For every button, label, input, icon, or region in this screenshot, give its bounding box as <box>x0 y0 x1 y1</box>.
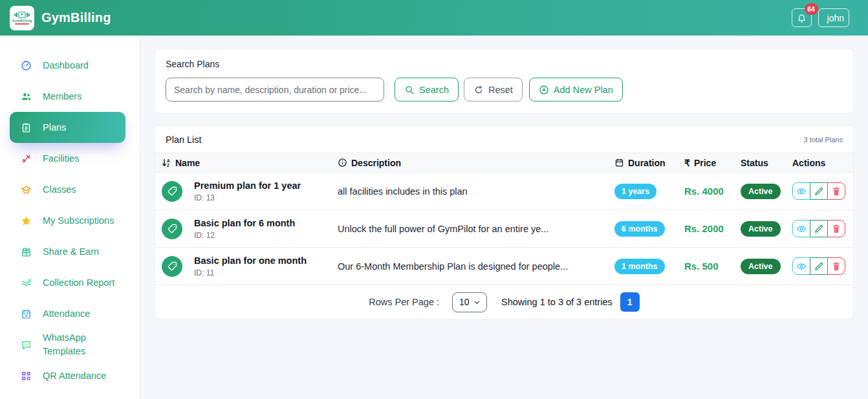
reset-button-label: Reset <box>488 85 513 95</box>
plan-name: Premium plan for 1 year <box>194 180 301 191</box>
sidebar-item-label: WhatsApp Templates <box>43 331 120 358</box>
row-actions <box>792 182 847 200</box>
edit-plan-button[interactable] <box>810 257 828 275</box>
search-icon <box>404 85 415 95</box>
table-header-row: AZ Name Description Duration ₹ Price Sta… <box>155 153 853 173</box>
sidebar: Dashboard Members Plans Facilities Class <box>0 36 140 399</box>
search-button-label: Search <box>419 85 449 95</box>
view-plan-button[interactable] <box>792 220 810 237</box>
sidebar-item-members[interactable]: Members <box>0 81 140 112</box>
sidebar-item-qr-attendance[interactable]: QR Attendance <box>0 360 140 391</box>
sidebar-item-label: Members <box>43 90 81 103</box>
sidebar-item-label: Plans <box>43 121 66 135</box>
svg-text:Z: Z <box>167 163 169 167</box>
plan-description: Unlock the full power of GymPilot for an… <box>338 224 614 234</box>
svg-text:A: A <box>167 158 170 163</box>
user-menu-button[interactable]: john <box>818 8 849 27</box>
column-header-name[interactable]: AZ Name <box>162 158 338 168</box>
bell-icon <box>797 13 807 23</box>
rows-per-page-select[interactable]: 10 <box>452 292 487 312</box>
notifications-button[interactable]: 64 <box>792 8 812 27</box>
sort-az-icon: AZ <box>162 158 171 167</box>
search-input[interactable] <box>166 78 384 102</box>
sidebar-item-label: Share & Earn <box>43 245 99 259</box>
view-plan-button[interactable] <box>792 182 810 200</box>
star-icon <box>21 215 32 226</box>
delete-plan-button[interactable] <box>827 220 845 237</box>
sidebar-item-whatsapp-templates[interactable]: WhatsApp Templates <box>0 329 140 360</box>
dashboard-icon <box>21 60 32 71</box>
edit-plan-button[interactable] <box>810 182 828 200</box>
app-logo: GymBilling <box>10 6 34 30</box>
logo-text: GymBilling <box>12 19 32 23</box>
rows-per-page-label: Rows Per Page : <box>369 297 439 307</box>
status-badge: Active <box>741 259 781 274</box>
qr-code-icon <box>21 371 32 382</box>
sidebar-item-plans[interactable]: Plans <box>10 112 125 143</box>
tag-icon <box>167 186 178 197</box>
sidebar-item-my-subscriptions[interactable]: My Subscriptions <box>0 205 140 236</box>
trash-icon <box>831 261 841 272</box>
rows-per-page-value: 10 <box>459 297 470 307</box>
view-plan-button[interactable] <box>792 257 810 275</box>
sidebar-item-facilities[interactable]: Facilities <box>0 143 140 174</box>
duration-badge: 6 months <box>614 221 665 237</box>
reset-button[interactable]: Reset <box>464 78 523 102</box>
plan-name: Basic plan for one month <box>194 255 307 266</box>
sidebar-item-label: Collection Report <box>43 276 114 290</box>
main-content: Search Plans Search Reset Add New Plan <box>140 36 868 399</box>
plan-price: Rs. 500 <box>684 261 741 272</box>
dumbbell-logo-icon <box>14 12 30 18</box>
table-row: Premium plan for 1 year ID: 13 all facil… <box>155 173 853 210</box>
gift-icon <box>21 246 32 257</box>
plan-price: Rs. 4000 <box>684 186 741 197</box>
delete-plan-button[interactable] <box>827 257 845 275</box>
sidebar-item-collection-report[interactable]: Collection Report <box>0 267 140 298</box>
table-row: Basic plan for one month ID: 11 Our 6-Mo… <box>155 248 853 285</box>
status-badge: Active <box>741 184 781 199</box>
plan-avatar <box>162 181 182 202</box>
plan-price: Rs. 2000 <box>684 223 741 234</box>
sidebar-item-classes[interactable]: Classes <box>0 174 140 205</box>
edit-plan-button[interactable] <box>810 220 828 237</box>
delete-plan-button[interactable] <box>827 182 845 200</box>
dumbbell-icon <box>21 153 32 164</box>
pencil-icon <box>814 261 824 272</box>
waves-chart-icon <box>21 277 32 288</box>
sidebar-item-label: Dashboard <box>43 59 89 72</box>
column-header-price: ₹ Price <box>684 158 741 168</box>
plan-list-title: Plan List <box>166 135 202 145</box>
sidebar-item-dashboard[interactable]: Dashboard <box>0 50 140 81</box>
calendar-icon <box>614 158 624 167</box>
app-header: GymBilling GymBilling 64 john <box>0 0 868 36</box>
column-header-description: Description <box>338 158 614 168</box>
chat-bubble-icon <box>21 340 32 350</box>
search-plans-label: Search Plans <box>166 59 843 69</box>
search-plans-card: Search Plans Search Reset Add New Plan <box>155 49 854 114</box>
showing-entries-label: Showing 1 to 3 of 3 entries <box>501 297 613 307</box>
graduation-cap-icon <box>21 184 32 195</box>
status-badge: Active <box>741 221 781 237</box>
sidebar-item-label: Attendance <box>43 307 90 321</box>
plan-id: ID: 11 <box>194 268 307 277</box>
sidebar-item-attendance[interactable]: Attendance <box>0 298 140 329</box>
page-1-button[interactable]: 1 <box>620 292 640 312</box>
sidebar-item-share-earn[interactable]: Share & Earn <box>0 236 140 267</box>
sidebar-item-label: Classes <box>43 183 76 197</box>
plan-description: all facilities includes in this plan <box>338 186 614 197</box>
logo-tagline <box>15 23 29 25</box>
pencil-icon <box>814 224 824 234</box>
pencil-icon <box>814 186 824 197</box>
plus-circle-icon <box>539 85 549 95</box>
row-actions <box>792 257 847 275</box>
eye-icon <box>796 224 807 234</box>
notification-count-badge: 64 <box>805 3 818 15</box>
chevron-down-icon <box>473 298 481 307</box>
plan-name: Basic plan for 6 month <box>194 218 295 228</box>
reset-icon <box>473 85 484 95</box>
search-button[interactable]: Search <box>395 78 459 102</box>
plan-id: ID: 12 <box>194 231 295 240</box>
column-header-actions: Actions <box>792 158 847 168</box>
add-new-plan-button[interactable]: Add New Plan <box>529 78 623 102</box>
eye-icon <box>796 186 807 197</box>
